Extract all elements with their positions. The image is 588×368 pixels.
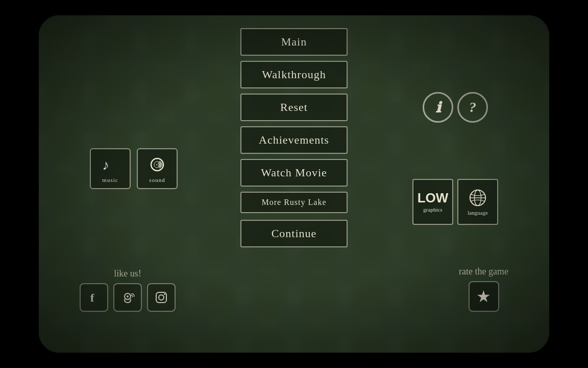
main-button[interactable]: Main	[240, 28, 348, 56]
help-button[interactable]: ?	[457, 92, 488, 123]
weibo-button[interactable]	[113, 283, 142, 312]
rate-button[interactable]: ★	[469, 281, 499, 312]
svg-point-10	[159, 295, 164, 300]
svg-text:♪: ♪	[102, 157, 110, 173]
social-icons-row: f	[80, 283, 176, 312]
language-label: language	[468, 210, 488, 216]
music-label: music	[102, 177, 118, 183]
walkthrough-button[interactable]: Walkthrough	[240, 61, 348, 88]
language-button[interactable]: language	[457, 179, 498, 225]
rate-text: rate the game	[459, 266, 508, 277]
star-icon: ★	[476, 287, 491, 306]
weibo-icon	[120, 290, 135, 305]
audio-controls: ♪ music sound	[90, 148, 178, 189]
graphics-label: graphics	[423, 206, 442, 213]
rate-section: rate the game ★	[459, 266, 508, 312]
sound-button[interactable]: sound	[137, 148, 178, 189]
music-icon: ♪	[100, 154, 120, 175]
svg-point-8	[127, 295, 129, 297]
game-container: Main Walkthrough Reset Achievements Watc…	[39, 15, 549, 353]
svg-point-11	[164, 293, 165, 295]
instagram-button[interactable]	[147, 283, 176, 312]
svg-text:f: f	[90, 291, 94, 304]
low-graphics-text: LOW	[418, 191, 449, 204]
like-text: like us!	[114, 268, 141, 279]
more-rusty-lake-button[interactable]: More Rusty Lake	[240, 192, 348, 213]
globe-icon	[468, 188, 487, 208]
watch-movie-button[interactable]: Watch Movie	[240, 159, 348, 187]
facebook-button[interactable]: f	[80, 283, 108, 312]
reset-button[interactable]: Reset	[240, 94, 348, 121]
facebook-icon: f	[87, 290, 101, 305]
right-controls: ℹ ? LOW graphics language	[412, 92, 498, 225]
info-button[interactable]: ℹ	[423, 92, 453, 123]
graphics-button[interactable]: LOW graphics	[412, 179, 453, 225]
social-section: like us! f	[80, 268, 176, 312]
music-button[interactable]: ♪ music	[90, 148, 131, 189]
info-help-row: ℹ ?	[423, 92, 488, 123]
instagram-icon	[154, 290, 168, 305]
center-menu: Main Walkthrough Reset Achievements Watc…	[240, 26, 348, 250]
graphics-language-row: LOW graphics language	[412, 179, 498, 225]
sound-icon	[147, 154, 167, 175]
achievements-button[interactable]: Achievements	[240, 126, 348, 154]
audio-icon-row: ♪ music sound	[90, 148, 178, 189]
continue-button[interactable]: Continue	[240, 220, 348, 247]
sound-label: sound	[149, 177, 165, 183]
